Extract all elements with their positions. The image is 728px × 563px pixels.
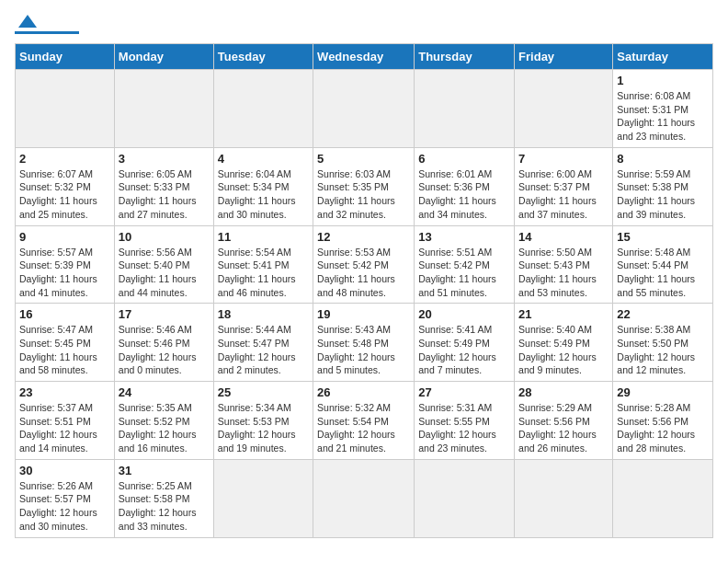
calendar-cell: 7Sunrise: 6:00 AM Sunset: 5:37 PM Daylig… bbox=[515, 147, 613, 225]
day-number: 8 bbox=[617, 152, 709, 166]
calendar-cell: 23Sunrise: 5:37 AM Sunset: 5:51 PM Dayli… bbox=[16, 382, 115, 460]
day-info: Sunrise: 6:00 AM Sunset: 5:37 PM Dayligh… bbox=[518, 167, 609, 222]
day-info: Sunrise: 5:48 AM Sunset: 5:44 PM Dayligh… bbox=[617, 246, 709, 300]
day-info: Sunrise: 6:08 AM Sunset: 5:31 PM Dayligh… bbox=[617, 89, 709, 144]
calendar-week-row: 9Sunrise: 5:57 AM Sunset: 5:39 PM Daylig… bbox=[16, 225, 713, 304]
day-number: 30 bbox=[19, 464, 110, 477]
day-of-week-header: Tuesday bbox=[213, 44, 313, 70]
calendar-cell: 18Sunrise: 5:44 AM Sunset: 5:47 PM Dayli… bbox=[213, 304, 313, 382]
day-info: Sunrise: 5:53 AM Sunset: 5:42 PM Dayligh… bbox=[317, 246, 410, 300]
day-of-week-header: Monday bbox=[114, 44, 213, 70]
day-info: Sunrise: 5:50 AM Sunset: 5:43 PM Dayligh… bbox=[518, 246, 609, 300]
day-info: Sunrise: 5:56 AM Sunset: 5:40 PM Dayligh… bbox=[119, 246, 210, 300]
calendar-cell: 2Sunrise: 6:07 AM Sunset: 5:32 PM Daylig… bbox=[16, 147, 115, 225]
day-number: 21 bbox=[518, 307, 609, 321]
day-info: Sunrise: 5:31 AM Sunset: 5:55 PM Dayligh… bbox=[418, 401, 510, 455]
day-number: 13 bbox=[418, 230, 510, 244]
calendar-week-row: 16Sunrise: 5:47 AM Sunset: 5:45 PM Dayli… bbox=[16, 304, 713, 382]
day-number: 27 bbox=[418, 385, 510, 399]
day-info: Sunrise: 6:05 AM Sunset: 5:33 PM Dayligh… bbox=[119, 167, 210, 222]
calendar-cell: 6Sunrise: 6:01 AM Sunset: 5:36 PM Daylig… bbox=[415, 147, 515, 225]
day-info: Sunrise: 6:03 AM Sunset: 5:35 PM Dayligh… bbox=[317, 167, 410, 222]
calendar-cell: 19Sunrise: 5:43 AM Sunset: 5:48 PM Dayli… bbox=[313, 304, 415, 382]
day-number: 18 bbox=[218, 307, 309, 321]
calendar-cell: 31Sunrise: 5:25 AM Sunset: 5:58 PM Dayli… bbox=[114, 459, 213, 537]
calendar-cell: 9Sunrise: 5:57 AM Sunset: 5:39 PM Daylig… bbox=[16, 225, 115, 304]
calendar-cell bbox=[213, 459, 313, 537]
calendar-cell: 20Sunrise: 5:41 AM Sunset: 5:49 PM Dayli… bbox=[415, 304, 515, 382]
day-info: Sunrise: 5:47 AM Sunset: 5:45 PM Dayligh… bbox=[19, 323, 110, 377]
calendar-cell: 8Sunrise: 5:59 AM Sunset: 5:38 PM Daylig… bbox=[613, 147, 713, 225]
calendar-cell: 26Sunrise: 5:32 AM Sunset: 5:54 PM Dayli… bbox=[313, 382, 415, 460]
calendar-cell: 22Sunrise: 5:38 AM Sunset: 5:50 PM Dayli… bbox=[613, 304, 713, 382]
calendar-header-row: SundayMondayTuesdayWednesdayThursdayFrid… bbox=[16, 44, 713, 70]
day-info: Sunrise: 6:04 AM Sunset: 5:34 PM Dayligh… bbox=[218, 167, 309, 222]
day-of-week-header: Friday bbox=[515, 44, 613, 70]
calendar-table: SundayMondayTuesdayWednesdayThursdayFrid… bbox=[15, 43, 713, 538]
day-number: 28 bbox=[518, 385, 609, 399]
day-number: 2 bbox=[19, 152, 110, 166]
calendar-cell: 28Sunrise: 5:29 AM Sunset: 5:56 PM Dayli… bbox=[515, 382, 613, 460]
calendar-cell bbox=[313, 70, 415, 148]
day-info: Sunrise: 5:46 AM Sunset: 5:46 PM Dayligh… bbox=[119, 323, 210, 377]
day-number: 22 bbox=[617, 307, 709, 321]
day-number: 31 bbox=[119, 464, 210, 477]
day-info: Sunrise: 5:26 AM Sunset: 5:57 PM Dayligh… bbox=[19, 479, 110, 534]
calendar-cell: 14Sunrise: 5:50 AM Sunset: 5:43 PM Dayli… bbox=[515, 225, 613, 304]
calendar-week-row: 23Sunrise: 5:37 AM Sunset: 5:51 PM Dayli… bbox=[16, 382, 713, 460]
day-info: Sunrise: 5:41 AM Sunset: 5:49 PM Dayligh… bbox=[418, 323, 510, 377]
day-info: Sunrise: 5:43 AM Sunset: 5:48 PM Dayligh… bbox=[317, 323, 410, 377]
calendar-cell: 21Sunrise: 5:40 AM Sunset: 5:49 PM Dayli… bbox=[515, 304, 613, 382]
calendar-cell: 12Sunrise: 5:53 AM Sunset: 5:42 PM Dayli… bbox=[313, 225, 415, 304]
day-info: Sunrise: 5:25 AM Sunset: 5:58 PM Dayligh… bbox=[119, 479, 210, 534]
day-info: Sunrise: 6:07 AM Sunset: 5:32 PM Dayligh… bbox=[19, 167, 110, 222]
day-number: 15 bbox=[617, 230, 709, 244]
day-number: 12 bbox=[317, 230, 410, 244]
day-number: 16 bbox=[19, 307, 110, 321]
calendar-week-row: 2Sunrise: 6:07 AM Sunset: 5:32 PM Daylig… bbox=[16, 147, 713, 225]
calendar-cell bbox=[515, 459, 613, 537]
calendar-cell: 4Sunrise: 6:04 AM Sunset: 5:34 PM Daylig… bbox=[213, 147, 313, 225]
day-number: 29 bbox=[617, 385, 709, 399]
day-info: Sunrise: 5:51 AM Sunset: 5:42 PM Dayligh… bbox=[418, 246, 510, 300]
day-number: 7 bbox=[518, 152, 609, 166]
calendar-cell: 24Sunrise: 5:35 AM Sunset: 5:52 PM Dayli… bbox=[114, 382, 213, 460]
day-number: 19 bbox=[317, 307, 410, 321]
day-number: 14 bbox=[518, 230, 609, 244]
calendar-week-row: 1Sunrise: 6:08 AM Sunset: 5:31 PM Daylig… bbox=[16, 70, 713, 148]
day-info: Sunrise: 5:35 AM Sunset: 5:52 PM Dayligh… bbox=[119, 401, 210, 455]
day-number: 20 bbox=[418, 307, 510, 321]
calendar-cell: 16Sunrise: 5:47 AM Sunset: 5:45 PM Dayli… bbox=[16, 304, 115, 382]
day-info: Sunrise: 5:32 AM Sunset: 5:54 PM Dayligh… bbox=[317, 401, 410, 455]
day-of-week-header: Wednesday bbox=[313, 44, 415, 70]
day-info: Sunrise: 5:37 AM Sunset: 5:51 PM Dayligh… bbox=[19, 401, 110, 455]
page-header bbox=[15, 15, 713, 34]
day-number: 10 bbox=[119, 230, 210, 244]
calendar-cell bbox=[114, 70, 213, 148]
day-number: 11 bbox=[218, 230, 309, 244]
calendar-cell: 1Sunrise: 6:08 AM Sunset: 5:31 PM Daylig… bbox=[613, 70, 713, 148]
day-number: 1 bbox=[617, 74, 709, 87]
day-number: 9 bbox=[19, 230, 110, 244]
day-info: Sunrise: 5:40 AM Sunset: 5:49 PM Dayligh… bbox=[518, 323, 609, 377]
day-info: Sunrise: 5:34 AM Sunset: 5:53 PM Dayligh… bbox=[218, 401, 309, 455]
day-number: 4 bbox=[218, 152, 309, 166]
calendar-cell bbox=[313, 459, 415, 537]
calendar-cell: 13Sunrise: 5:51 AM Sunset: 5:42 PM Dayli… bbox=[415, 225, 515, 304]
calendar-cell: 5Sunrise: 6:03 AM Sunset: 5:35 PM Daylig… bbox=[313, 147, 415, 225]
calendar-cell: 15Sunrise: 5:48 AM Sunset: 5:44 PM Dayli… bbox=[613, 225, 713, 304]
day-number: 6 bbox=[418, 152, 510, 166]
day-number: 24 bbox=[119, 385, 210, 399]
day-info: Sunrise: 5:38 AM Sunset: 5:50 PM Dayligh… bbox=[617, 323, 709, 377]
day-info: Sunrise: 6:01 AM Sunset: 5:36 PM Dayligh… bbox=[418, 167, 510, 222]
calendar-cell: 29Sunrise: 5:28 AM Sunset: 5:56 PM Dayli… bbox=[613, 382, 713, 460]
calendar-cell: 3Sunrise: 6:05 AM Sunset: 5:33 PM Daylig… bbox=[114, 147, 213, 225]
day-number: 23 bbox=[19, 385, 110, 399]
day-info: Sunrise: 5:28 AM Sunset: 5:56 PM Dayligh… bbox=[617, 401, 709, 455]
calendar-cell: 11Sunrise: 5:54 AM Sunset: 5:41 PM Dayli… bbox=[213, 225, 313, 304]
calendar-cell bbox=[613, 459, 713, 537]
calendar-cell bbox=[16, 70, 115, 148]
calendar-cell bbox=[515, 70, 613, 148]
day-number: 3 bbox=[119, 152, 210, 166]
day-info: Sunrise: 5:57 AM Sunset: 5:39 PM Dayligh… bbox=[19, 246, 110, 300]
